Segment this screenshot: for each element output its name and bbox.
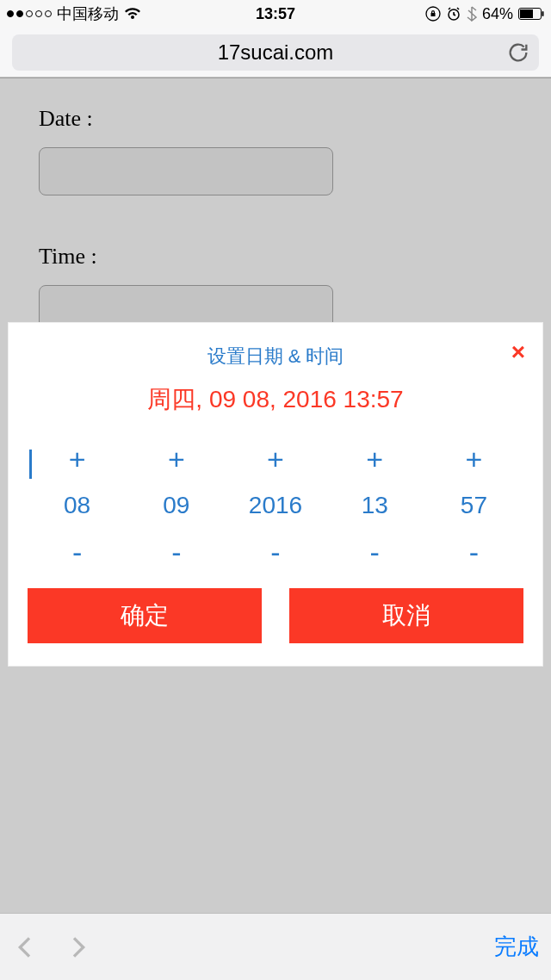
prev-field-icon[interactable] <box>12 933 40 961</box>
plus-button[interactable]: + <box>226 438 325 480</box>
minus-button[interactable]: - <box>127 531 226 573</box>
plus-button[interactable]: + <box>28 438 127 480</box>
picker-value-year[interactable]: 2016 <box>226 480 325 531</box>
modal-actions: 确定 取消 <box>28 588 523 643</box>
alarm-icon <box>446 6 461 22</box>
status-right: 64% <box>425 5 544 23</box>
ios-status-bar: 中国移动 13:57 64% <box>0 0 551 28</box>
next-field-icon[interactable] <box>64 933 91 961</box>
datetime-modal: 设置日期 & 时间 × 周四, 09 08, 2016 13:57 + + + … <box>9 323 542 666</box>
date-label: Date : <box>39 106 512 132</box>
minus-button[interactable]: - <box>226 531 325 573</box>
signal-strength-icon <box>7 10 52 17</box>
wifi-icon <box>124 7 141 21</box>
nav-arrows <box>12 933 91 961</box>
picker-value-month[interactable]: 09 <box>127 480 226 531</box>
svg-rect-3 <box>520 9 533 18</box>
plus-button[interactable]: + <box>127 438 226 480</box>
orientation-lock-icon <box>425 6 441 22</box>
url-field[interactable]: 17sucai.com <box>12 34 539 71</box>
battery-percent: 64% <box>482 5 513 23</box>
confirm-button[interactable]: 确定 <box>28 588 262 643</box>
minus-button[interactable]: - <box>28 531 127 573</box>
plus-button[interactable]: + <box>325 438 424 480</box>
carrier-label: 中国移动 <box>57 3 119 24</box>
picker-value-day[interactable]: 08 <box>28 480 127 531</box>
url-text: 17sucai.com <box>218 40 334 65</box>
reload-icon[interactable] <box>506 40 530 65</box>
picker-value-hour[interactable]: 13 <box>325 480 424 531</box>
modal-title-row: 设置日期 & 时间 × <box>28 344 523 369</box>
svg-rect-4 <box>542 11 544 16</box>
picker-value-row: 08 09 2016 13 57 <box>28 480 523 531</box>
status-left: 中国移动 <box>7 3 141 24</box>
minus-button[interactable]: - <box>325 531 424 573</box>
picker-plus-row: + + + + + <box>28 438 523 480</box>
modal-date-display: 周四, 09 08, 2016 13:57 <box>28 383 523 416</box>
done-button[interactable]: 完成 <box>494 932 539 962</box>
minus-button[interactable]: - <box>424 531 523 573</box>
keyboard-accessory-bar: 完成 <box>0 913 551 980</box>
text-cursor-icon <box>29 450 32 479</box>
picker-value-minute[interactable]: 57 <box>424 480 523 531</box>
modal-title: 设置日期 & 时间 <box>207 345 344 367</box>
picker-minus-row: - - - - - <box>28 531 523 573</box>
bluetooth-icon <box>467 6 477 22</box>
safari-url-bar: 17sucai.com <box>0 28 551 78</box>
date-input[interactable] <box>39 147 333 195</box>
plus-button[interactable]: + <box>424 438 523 480</box>
cancel-button[interactable]: 取消 <box>289 588 523 643</box>
close-icon[interactable]: × <box>511 338 525 366</box>
time-label: Time : <box>39 244 512 270</box>
battery-icon <box>518 8 544 20</box>
